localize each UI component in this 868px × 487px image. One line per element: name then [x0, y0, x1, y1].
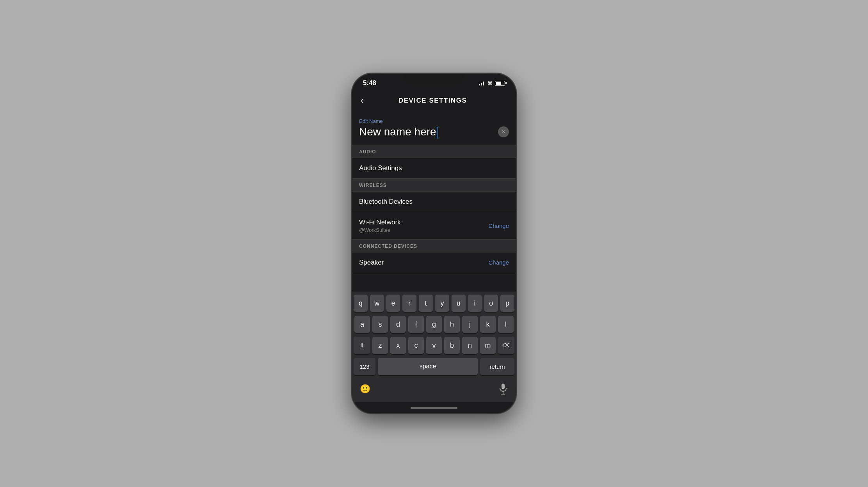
status-icons: ⌘ — [479, 80, 505, 86]
key-w[interactable]: w — [370, 295, 384, 312]
audio-settings-label: Audio Settings — [359, 164, 402, 172]
battery-fill — [496, 82, 502, 85]
key-o[interactable]: o — [484, 295, 498, 312]
speaker-label: Speaker — [359, 259, 384, 267]
keyboard-row-1: q w e r t y u i o p — [354, 295, 514, 312]
nav-title: DEVICE SETTINGS — [368, 97, 497, 105]
mic-button[interactable] — [495, 380, 511, 398]
shift-button[interactable]: ⇧ — [354, 337, 370, 354]
wifi-sub: @WorkSuites — [359, 227, 401, 233]
edit-name-input-row: New name here × — [359, 126, 509, 139]
key-r[interactable]: r — [402, 295, 416, 312]
key-s[interactable]: s — [372, 316, 388, 333]
settings-row-bluetooth[interactable]: Bluetooth Devices — [352, 192, 516, 212]
keyboard-row-2: a s d f g h j k l — [354, 316, 514, 333]
text-cursor — [437, 127, 438, 139]
key-e[interactable]: e — [386, 295, 400, 312]
home-indicator — [352, 402, 516, 413]
wifi-label: Wi-Fi Network — [359, 219, 401, 226]
key-y[interactable]: y — [435, 295, 449, 312]
key-t[interactable]: t — [419, 295, 433, 312]
key-d[interactable]: d — [390, 316, 406, 333]
section-header-audio: AUDIO — [352, 145, 516, 158]
key-n[interactable]: n — [462, 337, 478, 354]
key-l[interactable]: l — [498, 316, 514, 333]
key-z[interactable]: z — [372, 337, 388, 354]
settings-row-audio[interactable]: Audio Settings — [352, 158, 516, 179]
key-x[interactable]: x — [390, 337, 406, 354]
notch — [405, 74, 463, 85]
home-bar[interactable] — [411, 407, 457, 409]
back-button[interactable]: ‹ — [359, 94, 365, 107]
nav-bar: ‹ DEVICE SETTINGS — [352, 90, 516, 113]
emoji-button[interactable]: 🙂 — [357, 380, 373, 398]
mic-icon — [499, 383, 507, 395]
wifi-change-button[interactable]: Change — [488, 222, 509, 229]
key-f[interactable]: f — [408, 316, 424, 333]
settings-row-speaker[interactable]: Speaker Change — [352, 252, 516, 273]
edit-name-text[interactable]: New name here — [359, 126, 498, 139]
key-k[interactable]: k — [480, 316, 496, 333]
svg-rect-0 — [502, 384, 505, 389]
key-u[interactable]: u — [452, 295, 466, 312]
key-v[interactable]: v — [426, 337, 442, 354]
key-c[interactable]: c — [408, 337, 424, 354]
key-a[interactable]: a — [354, 316, 370, 333]
section-header-connected: CONNECTED DEVICES — [352, 240, 516, 252]
signal-bar-1 — [479, 84, 480, 85]
key-m[interactable]: m — [480, 337, 496, 354]
key-q[interactable]: q — [354, 295, 368, 312]
section-label-wireless: WIRELESS — [359, 183, 387, 188]
settings-list: AUDIO Audio Settings WIRELESS Bluetooth … — [352, 145, 516, 291]
key-h[interactable]: h — [444, 316, 460, 333]
key-j[interactable]: j — [462, 316, 478, 333]
edit-name-label: Edit Name — [359, 118, 509, 124]
edit-name-section: Edit Name New name here × — [352, 113, 516, 145]
phone-frame: 5:48 ⌘ ‹ DEVICE SETTINGS Edit Na — [352, 74, 516, 413]
status-time: 5:48 — [363, 79, 376, 87]
key-p[interactable]: p — [500, 295, 514, 312]
signal-bar-3 — [483, 82, 484, 85]
bluetooth-label: Bluetooth Devices — [359, 198, 413, 206]
key-g[interactable]: g — [426, 316, 442, 333]
delete-button[interactable]: ⌫ — [498, 337, 514, 354]
key-i[interactable]: i — [468, 295, 482, 312]
section-header-wireless: WIRELESS — [352, 179, 516, 192]
phone: 5:48 ⌘ ‹ DEVICE SETTINGS Edit Na — [352, 74, 516, 413]
clear-button[interactable]: × — [498, 126, 509, 137]
content-area: Edit Name New name here × AUDIO Audio Se… — [352, 113, 516, 291]
edit-name-value: New name here — [359, 126, 436, 138]
section-label-connected: CONNECTED DEVICES — [359, 244, 417, 249]
speaker-change-button[interactable]: Change — [488, 259, 509, 266]
wifi-info: Wi-Fi Network @WorkSuites — [359, 219, 401, 233]
battery-icon — [495, 81, 505, 86]
wifi-icon: ⌘ — [487, 80, 493, 86]
signal-bar-2 — [481, 83, 482, 85]
keyboard: q w e r t y u i o p a s d f g h j k — [352, 291, 516, 402]
keyboard-bottom-row: 🙂 — [354, 379, 514, 401]
return-button[interactable]: return — [480, 358, 514, 375]
keyboard-row-3: ⇧ z x c v b n m ⌫ — [354, 337, 514, 354]
key-b[interactable]: b — [444, 337, 460, 354]
signal-icon — [479, 81, 485, 85]
space-button[interactable]: space — [378, 358, 478, 375]
settings-row-wifi[interactable]: Wi-Fi Network @WorkSuites Change — [352, 212, 516, 240]
keyboard-row-4: 123 space return — [354, 358, 514, 375]
section-label-audio: AUDIO — [359, 149, 376, 155]
numbers-button[interactable]: 123 — [354, 358, 375, 375]
